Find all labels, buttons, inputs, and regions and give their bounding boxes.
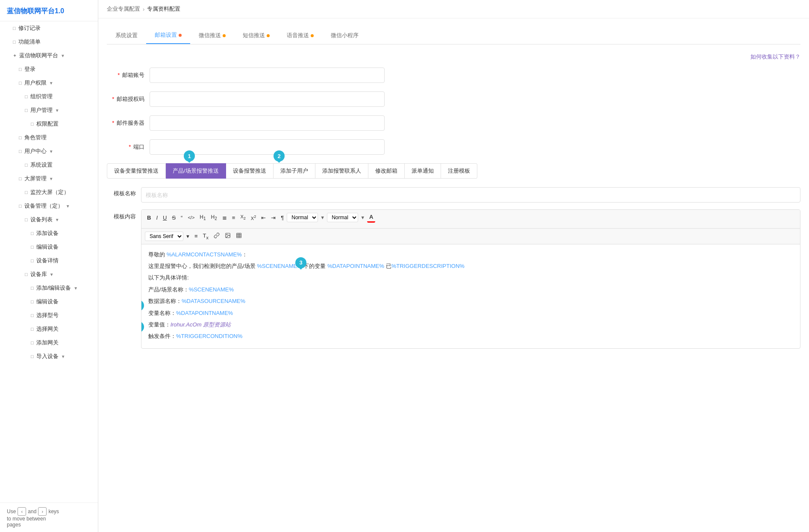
tab-voice-push[interactable]: 语音推送 — [278, 27, 322, 44]
template-content-row: 模板内容 B I U S “ </> H1 H2 ≣ ≡ X2 — [107, 209, 800, 349]
balloon-2-container: 2 — [274, 150, 285, 162]
toolbar-subscript[interactable]: X2 — [238, 213, 247, 222]
sub-tab-add-alarm-contact[interactable]: 添加报警联系人 — [315, 163, 368, 179]
balloon-arrow-3 — [299, 267, 303, 272]
sidebar-item-device-detail[interactable]: □ 设备详情 — [0, 254, 98, 267]
toolbar-blockquote[interactable]: “ — [179, 213, 185, 222]
toolbar-paragraph[interactable]: ¶ — [279, 213, 286, 222]
toolbar-strikethrough[interactable]: S — [170, 213, 178, 222]
toolbar-h1[interactable]: H1 — [197, 213, 208, 222]
balloon-4-container: ● — [141, 300, 144, 311]
template-name-row: 模板名称 — [107, 187, 800, 203]
toolbar-bold[interactable]: B — [145, 213, 153, 222]
toolbar-code[interactable]: </> — [185, 214, 197, 221]
required-mark: * — [118, 72, 120, 78]
sub-tab-device-var[interactable]: 设备变量报警推送 — [107, 163, 166, 179]
tab-dot — [223, 34, 226, 37]
arrow-icon: ▼ — [49, 149, 53, 154]
tab-sms-push[interactable]: 短信推送 — [234, 27, 278, 44]
toolbar-font-size-1[interactable]: Normal — [287, 213, 318, 222]
breadcrumb-link[interactable]: 企业专属配置 — [107, 5, 140, 13]
toolbar-link[interactable] — [212, 231, 222, 241]
breadcrumb: 企业专属配置 › 专属资料配置 — [98, 0, 809, 18]
tab-wechat-push[interactable]: 微信推送 — [190, 27, 234, 44]
sidebar-item-user-center[interactable]: □ 用户中心 ▼ — [0, 144, 98, 158]
sidebar-item-system-settings[interactable]: □ 系统设置 — [0, 158, 98, 172]
sidebar-item-org-management[interactable]: □ 组织管理 — [0, 90, 98, 103]
sidebar-item-add-device[interactable]: □ 添加设备 — [0, 226, 98, 240]
sub-tab-dispatch-notice[interactable]: 派单通知 — [405, 163, 441, 179]
sidebar-item-revision[interactable]: □ 修订记录 — [0, 21, 98, 35]
sidebar-item-login[interactable]: □ 登录 — [0, 62, 98, 76]
sidebar-item-user-management[interactable]: □ 用户管理 ▼ — [0, 103, 98, 117]
collect-link[interactable]: 如何收集以下资料？ — [750, 53, 800, 60]
toolbar-table[interactable] — [234, 231, 244, 241]
page-icon: □ — [31, 299, 34, 304]
tab-system-settings[interactable]: 系统设置 — [107, 27, 146, 44]
sub-tab-add-child-user[interactable]: 添加子用户 — [274, 163, 315, 179]
sidebar-item-select-model[interactable]: □ 选择型号 — [0, 309, 98, 322]
sidebar-item-role-management[interactable]: □ 角色管理 — [0, 131, 98, 144]
required-mark: * — [112, 120, 114, 126]
sub-tab-modify-email[interactable]: 修改邮箱 — [368, 163, 405, 179]
sidebar-item-features[interactable]: □ 功能清单 — [0, 35, 98, 49]
email-input[interactable] — [150, 68, 385, 83]
sub-tab-product-scene[interactable]: 产品/场景报警推送 — [166, 163, 226, 179]
tab-email-settings[interactable]: 邮箱设置 — [146, 27, 190, 44]
sidebar-item-device-list[interactable]: □ 设备列表 ▼ — [0, 213, 98, 226]
sidebar-item-add-gateway[interactable]: □ 添加网关 — [0, 336, 98, 350]
toolbar-font-size-2-sep: ▼ — [360, 215, 365, 220]
toolbar-superscript[interactable]: X2 — [249, 213, 258, 222]
server-label: * 邮件服务器 — [107, 119, 150, 127]
sidebar-item-permissions-config[interactable]: □ 权限配置 — [0, 117, 98, 131]
toolbar-font-family[interactable]: Sans Serif — [145, 232, 183, 241]
editor-body[interactable]: 尊敬的 %ALARMCONTACTSNAME%： 这里是报警中心，我们检测到您的… — [141, 244, 800, 348]
editor-line-4: 产品/场景名称：%SCENENAME% — [148, 285, 793, 294]
editor-line-2: 这里是报警中心，我们检测到您的产品/场景 %SCENENAME% 下的变量 %D… — [148, 261, 793, 271]
sidebar-item-device-library[interactable]: □ 设备库 ▼ — [0, 267, 98, 281]
balloon-4: ● — [141, 300, 144, 311]
toolbar-align[interactable]: ≡ — [192, 232, 200, 241]
toolbar-image[interactable] — [223, 231, 233, 241]
tab-mini-program[interactable]: 微信小程序 — [322, 27, 367, 44]
sub-tab-device-alarm[interactable]: 设备报警推送 — [226, 163, 274, 179]
editor-toolbar-2: Sans Serif ▼ ≡ Tx — [141, 229, 800, 244]
editor-line-1: 尊敬的 %ALARMCONTACTSNAME%： — [148, 250, 793, 259]
sidebar-item-select-gateway[interactable]: □ 选择网关 — [0, 322, 98, 336]
sidebar-item-edit-device[interactable]: □ 编辑设备 — [0, 240, 98, 254]
sidebar-item-user-permissions[interactable]: □ 用户权限 ▼ — [0, 76, 98, 90]
toolbar-italic[interactable]: I — [154, 213, 160, 222]
arrow-icon: ▼ — [50, 272, 54, 277]
toolbar-h2[interactable]: H2 — [209, 213, 219, 222]
sidebar-item-add-edit-device[interactable]: □ 添加/编辑设备 ▼ — [0, 281, 98, 295]
toolbar-font-size-separator: ▼ — [320, 215, 325, 220]
toolbar-font-color[interactable]: A — [367, 212, 375, 223]
editor-line-5: 数据源名称：%DATASOURCENAME% — [148, 296, 793, 306]
page-icon: □ — [19, 80, 22, 85]
sidebar-item-monitor-screen[interactable]: □ 监控大屏（定） — [0, 185, 98, 199]
sidebar-item-platform[interactable]: ✦ 蓝信物联网平台 ▼ — [0, 49, 98, 62]
toolbar-underline[interactable]: U — [161, 213, 169, 222]
server-input[interactable] — [150, 115, 385, 131]
toolbar-indent-right[interactable]: ⇥ — [269, 213, 278, 222]
sidebar-item-import-device[interactable]: □ 导入设备 ▼ — [0, 350, 98, 363]
sidebar-item-edit-device2[interactable]: □ 编辑设备 — [0, 295, 98, 309]
tab-dot — [267, 34, 270, 37]
required-mark: * — [129, 144, 131, 150]
toolbar-font-size-2[interactable]: Normal — [327, 213, 358, 222]
sidebar-item-device-management[interactable]: □ 设备管理（定） ▼ — [0, 199, 98, 213]
toolbar-ordered-list[interactable]: ≣ — [220, 213, 229, 222]
main-tabs: 系统设置 邮箱设置 微信推送 短信推送 语音推送 — [107, 27, 800, 44]
auth-input[interactable] — [150, 91, 385, 107]
sub-tab-register-template[interactable]: 注册模板 — [441, 163, 477, 179]
page-icon: □ — [25, 190, 28, 195]
toolbar-unordered-list[interactable]: ≡ — [230, 213, 238, 222]
toolbar-clear-format[interactable]: Tx — [200, 231, 210, 241]
toolbar-row-divider — [145, 224, 797, 225]
toolbar-indent-left[interactable]: ⇤ — [259, 213, 268, 222]
sidebar-item-screen-management[interactable]: □ 大屏管理 ▼ — [0, 172, 98, 185]
template-name-input[interactable] — [141, 187, 800, 203]
tab-dot — [179, 34, 182, 37]
font-family-sep: ▼ — [185, 234, 190, 239]
page-icon: □ — [19, 176, 22, 181]
